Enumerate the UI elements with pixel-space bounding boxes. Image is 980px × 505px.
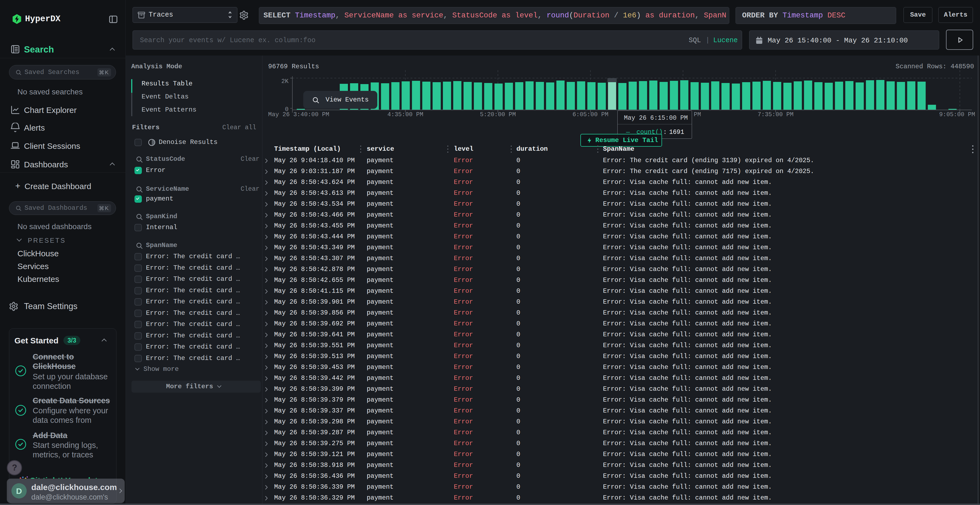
svg-text:4:35:00 PM: 4:35:00 PM <box>387 111 423 118</box>
svg-text:9:05:00 PM: 9:05:00 PM <box>939 111 975 118</box>
svg-text:6:05:00 PM: 6:05:00 PM <box>573 111 608 118</box>
svg-text:7:35:00 PM: 7:35:00 PM <box>757 111 794 118</box>
svg-text:May 26 3:40:00 PM: May 26 3:40:00 PM <box>268 111 329 118</box>
svg-text:2K: 2K <box>282 78 289 85</box>
svg-text:5:20:00 PM: 5:20:00 PM <box>480 111 516 118</box>
